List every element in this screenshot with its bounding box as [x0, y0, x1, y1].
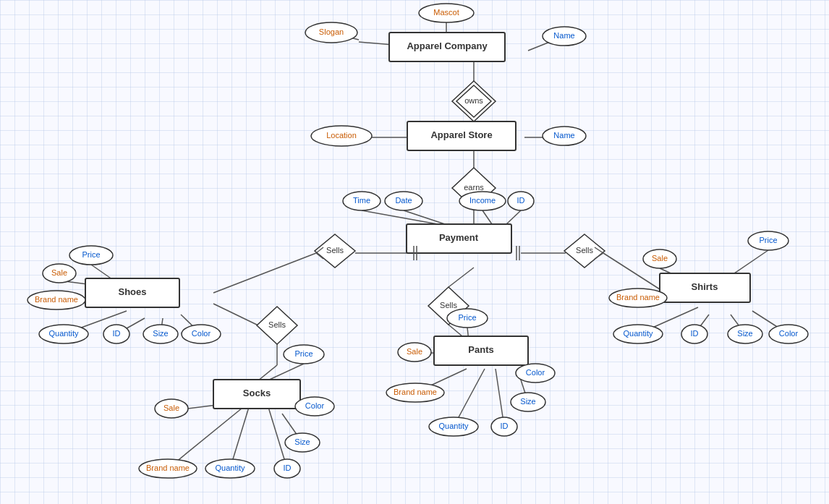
- attr-date-label: Date: [395, 196, 412, 205]
- attr-shoes-price-label: Price: [82, 250, 100, 259]
- rel-sells-socks-label: Sells: [268, 320, 286, 329]
- attr-payment-id-label: ID: [517, 196, 525, 205]
- svg-line-12: [482, 210, 492, 224]
- attr-shirts-sale-label: Sale: [652, 254, 668, 262]
- attr-income-label: Income: [469, 196, 496, 205]
- attr-shoes-id-label: ID: [113, 329, 121, 338]
- attr-pants-color-label: Color: [526, 368, 545, 377]
- entity-shoes-label: Shoes: [118, 286, 146, 297]
- attr-pants-size-label: Size: [520, 397, 535, 406]
- attr-shirts-id-label: ID: [691, 329, 699, 338]
- attr-shirts-size-label: Size: [737, 329, 752, 338]
- attr-socks-id-label: ID: [284, 464, 292, 472]
- rel-sells-left-label: Sells: [326, 246, 344, 255]
- attr-location-label: Location: [326, 131, 357, 140]
- attr-slogan-label: Slogan: [319, 27, 344, 36]
- attr-socks-sale-label: Sale: [163, 403, 179, 412]
- svg-line-15: [213, 253, 316, 293]
- svg-line-18: [213, 304, 258, 325]
- rel-earns-label: earns: [464, 183, 484, 192]
- rel-sells-right-label: Sells: [576, 246, 593, 255]
- attr-store-name-label: Name: [553, 131, 574, 140]
- attr-socks-price-label: Price: [294, 349, 313, 358]
- attr-pants-qty-label: Quantity: [439, 422, 469, 430]
- attr-shoes-qty-label: Quantity: [49, 329, 79, 338]
- entity-apparel-company-label: Apparel Company: [407, 40, 488, 51]
- attr-socks-color-label: Color: [305, 401, 325, 410]
- attr-pants-brandname-label: Brand name: [394, 388, 437, 396]
- rel-sells-pants-label: Sells: [440, 301, 457, 309]
- attr-pants-price-label: Price: [458, 313, 476, 322]
- entity-pants-label: Pants: [468, 344, 493, 355]
- entity-payment-label: Payment: [439, 232, 479, 243]
- attr-socks-size-label: Size: [294, 437, 310, 446]
- attr-shoes-color-label: Color: [192, 329, 211, 338]
- attr-shoes-sale-label: Sale: [51, 268, 67, 277]
- svg-line-21: [448, 268, 474, 287]
- attr-mascot-label: Mascot: [433, 8, 459, 17]
- entity-apparel-store-label: Apparel Store: [430, 129, 492, 140]
- attr-shirts-color-label: Color: [779, 329, 799, 338]
- attr-shirts-brandname-label: Brand name: [616, 293, 660, 302]
- attr-shoes-brandname-label: Brand name: [35, 295, 78, 304]
- attr-shoes-size-label: Size: [153, 329, 168, 338]
- attr-socks-qty-label: Quantity: [216, 464, 245, 472]
- svg-line-13: [506, 210, 521, 224]
- attr-shirts-price-label: Price: [759, 236, 777, 244]
- attr-time-label: Time: [353, 196, 370, 205]
- er-diagram: Apparel Company Apparel Store Payment Sh…: [0, 0, 829, 504]
- entity-socks-label: Socks: [243, 388, 271, 398]
- attr-pants-id-label: ID: [501, 422, 509, 430]
- entity-shirts-label: Shirts: [692, 281, 718, 292]
- attr-shirts-qty-label: Quantity: [624, 329, 653, 338]
- rel-owns-label: owns: [464, 96, 483, 105]
- svg-line-10: [362, 210, 438, 224]
- attr-pants-sale-label: Sale: [407, 347, 422, 356]
- attr-socks-brandname-label: Brand name: [146, 464, 190, 472]
- attr-company-name-label: Name: [553, 31, 574, 40]
